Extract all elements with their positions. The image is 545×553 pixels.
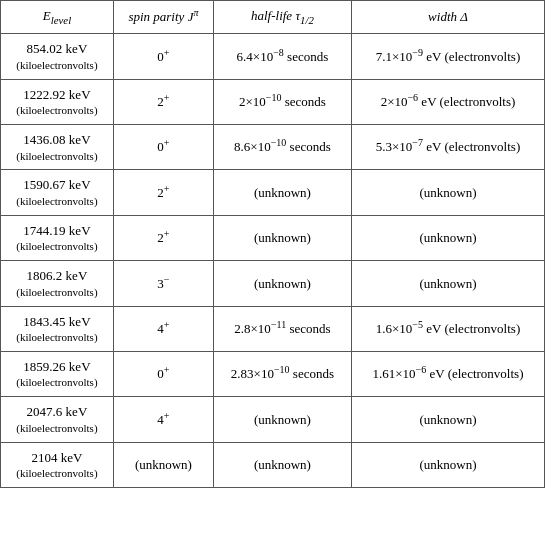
cell-spinparity: 0+ [113, 351, 213, 396]
cell-halflife: 6.4×10−8 seconds [213, 34, 351, 79]
cell-spinparity: 0+ [113, 124, 213, 169]
cell-spinparity: 4+ [113, 306, 213, 351]
cell-elevel: 1806.2 keV(kiloelectronvolts) [1, 261, 114, 306]
cell-width: (unknown) [351, 442, 544, 487]
cell-width: 5.3×10−7 eV (electronvolts) [351, 124, 544, 169]
cell-width: 2×10−6 eV (electronvolts) [351, 79, 544, 124]
cell-elevel: 2047.6 keV(kiloelectronvolts) [1, 397, 114, 442]
cell-spinparity: 2+ [113, 170, 213, 215]
cell-elevel: 1436.08 keV(kiloelectronvolts) [1, 124, 114, 169]
cell-elevel: 2104 keV(kiloelectronvolts) [1, 442, 114, 487]
table-row: 1843.45 keV(kiloelectronvolts)4+2.8×10−1… [1, 306, 545, 351]
col-header-width: width Δ [351, 1, 544, 34]
table-row: 1859.26 keV(kiloelectronvolts)0+2.83×10−… [1, 351, 545, 396]
cell-elevel: 1222.92 keV(kiloelectronvolts) [1, 79, 114, 124]
cell-spinparity: 4+ [113, 397, 213, 442]
table-row: 854.02 keV(kiloelectronvolts)0+6.4×10−8 … [1, 34, 545, 79]
cell-width: 1.6×10−5 eV (electronvolts) [351, 306, 544, 351]
cell-halflife: 2.83×10−10 seconds [213, 351, 351, 396]
cell-halflife: 2×10−10 seconds [213, 79, 351, 124]
col-header-halflife: half-life τ1/2 [213, 1, 351, 34]
cell-halflife: (unknown) [213, 215, 351, 260]
table-row: 1222.92 keV(kiloelectronvolts)2+2×10−10 … [1, 79, 545, 124]
col-header-elevel: Elevel [1, 1, 114, 34]
cell-elevel: 854.02 keV(kiloelectronvolts) [1, 34, 114, 79]
cell-spinparity: (unknown) [113, 442, 213, 487]
cell-halflife: (unknown) [213, 397, 351, 442]
nuclear-levels-table: Elevel spin parity Jπ half-life τ1/2 wid… [0, 0, 545, 488]
cell-width: 1.61×10−6 eV (electronvolts) [351, 351, 544, 396]
cell-elevel: 1859.26 keV(kiloelectronvolts) [1, 351, 114, 396]
cell-spinparity: 0+ [113, 34, 213, 79]
cell-width: 7.1×10−9 eV (electronvolts) [351, 34, 544, 79]
table-row: 1806.2 keV(kiloelectronvolts)3−(unknown)… [1, 261, 545, 306]
cell-width: (unknown) [351, 170, 544, 215]
col-header-spinparity: spin parity Jπ [113, 1, 213, 34]
cell-halflife: 8.6×10−10 seconds [213, 124, 351, 169]
cell-halflife: 2.8×10−11 seconds [213, 306, 351, 351]
cell-elevel: 1744.19 keV(kiloelectronvolts) [1, 215, 114, 260]
cell-width: (unknown) [351, 261, 544, 306]
cell-width: (unknown) [351, 397, 544, 442]
cell-elevel: 1590.67 keV(kiloelectronvolts) [1, 170, 114, 215]
table-row: 2047.6 keV(kiloelectronvolts)4+(unknown)… [1, 397, 545, 442]
cell-spinparity: 3− [113, 261, 213, 306]
cell-width: (unknown) [351, 215, 544, 260]
table-row: 1590.67 keV(kiloelectronvolts)2+(unknown… [1, 170, 545, 215]
cell-spinparity: 2+ [113, 215, 213, 260]
table-row: 2104 keV(kiloelectronvolts)(unknown)(unk… [1, 442, 545, 487]
cell-halflife: (unknown) [213, 261, 351, 306]
cell-halflife: (unknown) [213, 442, 351, 487]
table-row: 1436.08 keV(kiloelectronvolts)0+8.6×10−1… [1, 124, 545, 169]
table-row: 1744.19 keV(kiloelectronvolts)2+(unknown… [1, 215, 545, 260]
cell-elevel: 1843.45 keV(kiloelectronvolts) [1, 306, 114, 351]
cell-halflife: (unknown) [213, 170, 351, 215]
cell-spinparity: 2+ [113, 79, 213, 124]
